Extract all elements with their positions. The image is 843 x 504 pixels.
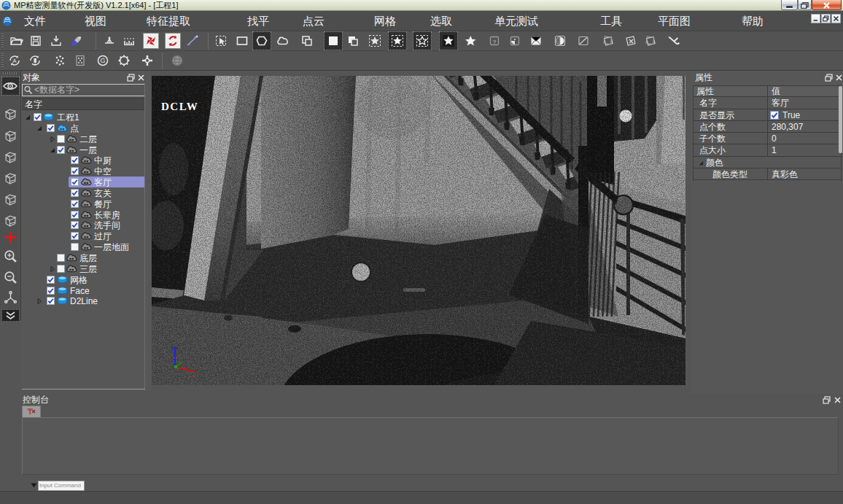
svg-text:A: A	[12, 58, 17, 64]
svg-text:G: G	[100, 57, 105, 64]
svg-text:?: ?	[493, 39, 497, 45]
svg-text:DCLW: DCLW	[161, 101, 198, 112]
